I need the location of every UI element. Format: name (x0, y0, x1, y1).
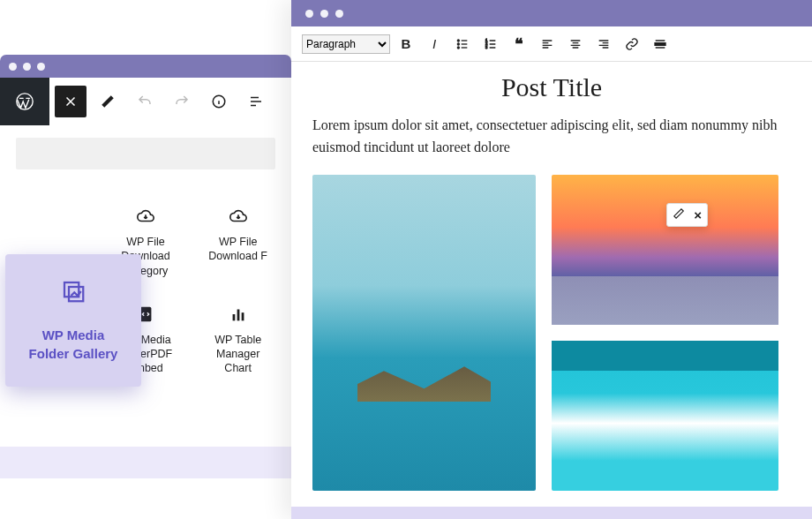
svg-point-9 (457, 40, 459, 41)
svg-rect-6 (232, 314, 235, 320)
more-formatting-button[interactable] (648, 32, 673, 56)
undo-icon[interactable] (129, 86, 161, 117)
align-right-button[interactable] (591, 32, 616, 56)
block-card-featured[interactable]: WP Media Folder Gallery (5, 254, 141, 387)
rich-text-toolbar: Paragraph B I 123 ❝ (291, 26, 812, 62)
align-center-button[interactable] (563, 32, 588, 56)
window-dot-icon[interactable] (320, 10, 328, 18)
bullet-list-button[interactable] (450, 32, 475, 56)
gallery-icon (60, 278, 86, 311)
block-card-label: WP Table Manager Chart (214, 333, 261, 376)
edit-icon[interactable] (92, 86, 124, 117)
editor-footer (291, 507, 812, 519)
window-titlebar (291, 0, 812, 26)
info-icon[interactable] (203, 86, 235, 117)
window-dot-icon[interactable] (23, 63, 31, 71)
window-titlebar (0, 55, 291, 78)
block-card-label: WP File Download F (208, 235, 267, 264)
window-dot-icon[interactable] (305, 10, 313, 18)
block-card-label: WP Media Folder Gallery (29, 327, 118, 363)
block-edit-popover: × (666, 203, 708, 227)
inserter-footer (0, 447, 291, 478)
post-title[interactable]: Post Title (312, 72, 791, 102)
window-dot-icon[interactable] (9, 63, 17, 71)
cloud-download-icon (229, 203, 248, 229)
quote-button[interactable]: ❝ (507, 32, 531, 56)
svg-text:3: 3 (485, 45, 488, 49)
editor-toolbar (0, 78, 291, 125)
window-dot-icon[interactable] (335, 10, 343, 18)
svg-point-10 (457, 43, 459, 45)
cloud-download-icon (136, 203, 155, 229)
block-card[interactable]: WP File Download F (192, 196, 284, 285)
post-body[interactable]: Lorem ipsum dolor sit amet, consectetuer… (312, 115, 791, 159)
remove-icon[interactable]: × (694, 207, 702, 222)
window-dot-icon[interactable] (37, 63, 45, 71)
gallery-image[interactable] (552, 341, 778, 491)
svg-rect-15 (655, 42, 665, 45)
format-selector[interactable]: Paragraph (302, 34, 390, 54)
close-inserter-button[interactable] (55, 86, 86, 117)
bold-button[interactable]: B (394, 32, 418, 56)
gallery-image[interactable] (312, 175, 536, 491)
block-card[interactable]: WP Table Manager Chart (192, 294, 284, 383)
block-search-input[interactable] (16, 138, 275, 169)
outline-icon[interactable] (240, 86, 272, 117)
svg-point-11 (457, 47, 459, 49)
align-left-button[interactable] (535, 32, 560, 56)
edit-icon[interactable] (673, 207, 685, 222)
editor-canvas[interactable]: Post Title Lorem ipsum dolor sit amet, c… (291, 62, 812, 507)
svg-rect-7 (237, 309, 239, 320)
italic-button[interactable]: I (422, 32, 447, 56)
numbered-list-button[interactable]: 123 (478, 32, 503, 56)
bar-chart-icon (229, 301, 248, 327)
link-button[interactable] (620, 32, 644, 56)
svg-rect-8 (241, 312, 244, 320)
gallery-block[interactable] (312, 175, 791, 491)
wordpress-logo-icon[interactable] (0, 78, 49, 125)
wordpress-block-inserter-window: WP Media Folder Gallery WP File Download… (0, 55, 291, 478)
gallery-image[interactable] (552, 175, 778, 325)
redo-icon[interactable] (166, 86, 198, 117)
editor-window: Paragraph B I 123 ❝ Post Title Lorem ips… (291, 0, 812, 519)
